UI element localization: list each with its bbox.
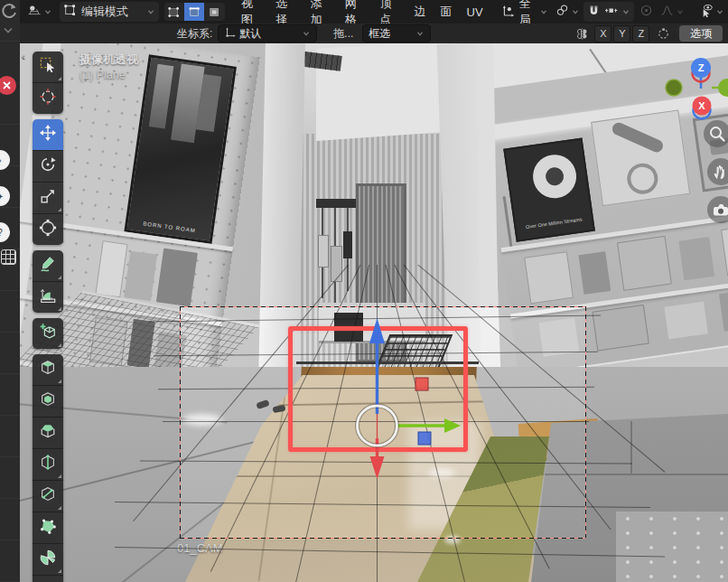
tool-tweak-button[interactable] [33,52,63,82]
camera-border-right [585,306,586,538]
close-badge-icon[interactable] [0,76,16,95]
coordinate-system-dropdown[interactable]: 默认 [218,24,317,42]
move-gizmo[interactable] [298,262,479,488]
menu-vertex[interactable]: 顶点 [372,2,406,22]
falloff-curve-icon [660,4,674,20]
camera-icon [711,200,728,220]
mirror-x-button[interactable]: X [594,25,611,42]
zoom-button[interactable] [704,120,728,147]
chevron-down-icon [715,7,724,16]
tool-spin-button[interactable] [33,543,63,575]
pivot-dropdown[interactable] [552,2,583,22]
proportional-editing-button[interactable] [636,2,688,22]
pivot-point-icon [555,4,569,20]
poly-build-icon [39,517,57,539]
grid-panel-icon[interactable] [1,249,16,265]
y-axis-arrowhead[interactable] [444,418,461,433]
menu-mesh[interactable]: 网格 [338,2,372,22]
chevron-down-icon [146,7,155,16]
scene-poster-skate [591,109,690,206]
menu-face[interactable]: 面 [434,2,460,22]
y-axis-ball[interactable] [718,79,728,97]
view-name-label: 摄像机透视 [79,52,138,68]
rotate-icon [39,155,57,177]
tool-add-cube-button[interactable] [33,318,63,349]
plane-handle-red[interactable] [415,378,428,390]
editor-type-icon [27,4,42,21]
tool-scale-button[interactable] [33,182,63,213]
tool-smooth-button[interactable] [33,575,63,582]
dashed-circle-icon[interactable] [657,27,670,41]
subtool-corner-icon [58,569,61,573]
options-button[interactable]: 选项 [679,25,723,42]
menu-edge[interactable]: 边 [407,2,434,22]
tool-poly-build-button[interactable] [33,512,63,543]
subtool-corner-icon [58,276,61,279]
neg-y-ball[interactable] [666,80,682,96]
magnifier-icon [707,124,727,144]
toolbar-group [33,52,63,114]
camera-border-left [180,306,181,538]
3d-viewport[interactable]: BORN TO ROAM [20,43,728,582]
z-axis-arrowhead[interactable] [369,318,385,343]
subtool-corner-icon [58,506,61,510]
show-gizmo-icon [699,4,714,21]
inset-faces-icon [39,390,57,412]
orientation-axes-icon [501,4,515,20]
measure-icon [39,286,57,308]
orientation-dropdown[interactable]: 全局 [498,2,552,22]
mode-dropdown[interactable]: 编辑模式 [60,2,159,22]
mirror-z-button[interactable]: Z [632,25,649,42]
tool-bevel-button[interactable] [33,417,63,448]
tool-extrude-region-button[interactable] [33,354,63,385]
chevron-down-icon [676,7,685,16]
show-gizmo-button[interactable] [695,2,728,22]
camera-view-button[interactable] [707,196,728,223]
menu-view[interactable]: 视图 [234,2,268,22]
magnet-icon[interactable] [587,4,601,20]
menu-select[interactable]: 选择 [268,2,303,22]
mirror-icon[interactable] [575,27,589,41]
z-axis-letter: Z [698,62,705,73]
tool-knife-button[interactable] [33,480,63,512]
toolbar-collapse-arrow[interactable]: ‹ [22,51,25,61]
viewport-header: 编辑模式 视图 选择 添加 网格 顶点 边 面 UV 全局 [20,0,728,24]
tool-loop-cut-button[interactable] [33,448,63,480]
cursor-axes-icon [224,26,236,41]
face-select-button[interactable] [204,3,224,21]
camera-border-bottom [180,538,585,539]
overlay-tool-icon[interactable]: ? [0,222,10,242]
snap-target-icon[interactable] [604,4,618,20]
tool-transform-button[interactable] [33,213,63,245]
overlay-tool-icon[interactable]: › [0,150,10,170]
menu-uv[interactable]: UV [460,2,490,22]
toolbar-group [33,354,63,582]
x-axis-arrowhead[interactable] [370,456,385,479]
toolbar [33,52,63,582]
editor-type-button[interactable] [23,2,56,22]
edge-select-button[interactable] [184,3,204,21]
drag-label: 拖... [333,26,353,42]
drag-mode-dropdown[interactable]: 框选 [362,24,431,42]
vertex-select-button[interactable] [164,3,184,21]
pan-button[interactable] [707,158,728,185]
menu-add[interactable]: 添加 [303,2,337,22]
rotate-icon[interactable] [0,2,18,20]
tool-cursor-button[interactable] [33,82,63,114]
navigation-gizmo[interactable]: Z X [663,51,728,123]
tool-move-button[interactable] [33,119,63,150]
left-overlay-strip: › ✦ ? [0,0,21,582]
plane-handle-blue[interactable] [418,432,431,445]
loop-cut-icon [39,454,57,475]
chevron-down-icon[interactable] [621,7,630,16]
tool-annotate-button[interactable] [33,250,63,281]
mirror-y-button[interactable]: Y [613,25,630,42]
tool-inset-faces-button[interactable] [33,385,63,417]
tool-rotate-button[interactable] [33,150,63,182]
proportional-editing-icon [639,4,653,20]
subtool-corner-icon [58,343,61,347]
x-axis-letter: X [698,100,705,111]
tool-measure-button[interactable] [33,281,63,313]
chevron-down-icon[interactable] [3,27,14,34]
hand-tool-icon[interactable]: ✦ [0,186,10,206]
